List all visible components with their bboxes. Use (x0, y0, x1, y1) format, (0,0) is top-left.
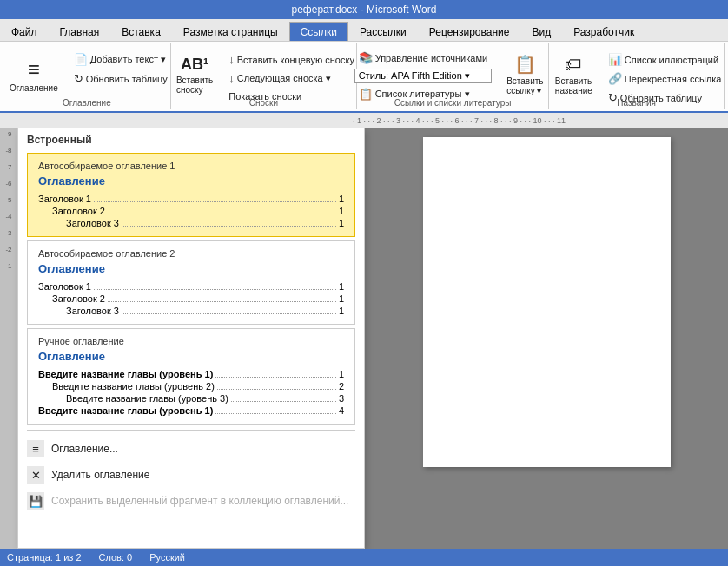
auto-toc-2-heading: Оглавление (38, 262, 344, 275)
ribbon-tab-разметка-страницы[interactable]: Разметка страницы (172, 22, 289, 41)
save-toc-label: Сохранить выделенный фрагмент в коллекци… (51, 495, 348, 507)
manual-toc-title: Ручное оглавление (38, 336, 344, 346)
main-area: -9 -8 -7 -6 -5 -4 -3 -2 -1 Встроенный Ав… (0, 128, 728, 549)
ribbon-tab-ссылки[interactable]: Ссылки (289, 22, 348, 41)
show-footnotes-button[interactable]: Показать сноски (224, 89, 359, 104)
auto-toc-1-entry-0: Заголовок 1 1 (38, 193, 344, 204)
illustration-label: Список иллюстраций (625, 55, 718, 65)
next-footnote-icon: ↓ (228, 72, 235, 85)
style-dropdown[interactable]: Стиль: APA Fifth Edition ▾ (354, 69, 492, 83)
cross-reference-button[interactable]: 🔗 Перекрестная ссылка (604, 69, 726, 88)
auto-toc-1-title: Автособираемое оглавление 1 (38, 161, 344, 171)
toc-small-buttons: 📄 Добавить текст ▾ ↻ Обновить таблицу (69, 49, 172, 88)
ribbon-tab-вставка[interactable]: Вставка (110, 22, 172, 41)
update-table-button[interactable]: ↻ Обновить таблицу (69, 69, 172, 88)
footnote-small-buttons: ↓ Вставить концевую сноску ↓ Следующая с… (224, 49, 359, 104)
toc-icon: ≡ (28, 57, 40, 82)
toc-settings-icon: ≡ (27, 440, 44, 457)
auto-toc-2-card[interactable]: Автособираемое оглавление 2 Оглавление З… (27, 240, 355, 325)
auto-toc-2-entry-0: Заголовок 1 1 (38, 280, 344, 292)
word-count: Слов: 0 (99, 552, 133, 563)
save-toc-icon: 💾 (27, 492, 44, 510)
insert-footnote-button[interactable]: AB¹ Вставитьсноску (169, 49, 221, 101)
ribbon-group-captions: 🏷 Вставитьназвание 📊 Список иллюстраций … (549, 43, 725, 109)
caption-label: Вставитьназвание (555, 76, 592, 95)
manual-toc-entry-3: Введите название главы (уровень 1) 4 (38, 405, 344, 416)
ruler: · 1 · · · 2 · · · 3 · · · 4 · · · 5 · · … (0, 113, 728, 128)
toc-label: Оглавление (10, 83, 58, 93)
ribbon-tab-рассылки[interactable]: Рассылки (348, 22, 418, 41)
footnote-label: Вставитьсноску (176, 76, 213, 95)
ruler-marks: · 1 · · · 2 · · · 3 · · · 4 · · · 5 · · … (353, 116, 566, 125)
ribbon-group-citations: 📚 Управление источниками Стиль: APA Fift… (357, 43, 549, 109)
status-bar: Страница: 1 из 2 Слов: 0 Русский (0, 549, 728, 566)
add-text-button[interactable]: 📄 Добавить текст ▾ (69, 50, 172, 69)
add-text-icon: 📄 (74, 53, 88, 66)
manual-toc-heading: Оглавление (38, 350, 344, 363)
remove-toc-label: Удалить оглавление (51, 469, 149, 481)
title-text: реферат.docx - Microsoft Word (292, 3, 437, 16)
auto-toc-2-entry-1: Заголовок 2 1 (38, 293, 344, 304)
cross-ref-label: Перекрестная ссылка (625, 74, 722, 84)
citations-group-label: Ссылки и списки литературы (394, 98, 512, 108)
next-footnote-button[interactable]: ↓ Следующая сноска ▾ (224, 69, 359, 88)
citation-icon: 📋 (514, 54, 536, 75)
update-table-icon: ↻ (74, 72, 83, 85)
update-table-label: Обновить таблицу (86, 74, 168, 84)
auto-toc-2-entry-2: Заголовок 3 1 (38, 305, 344, 316)
ribbon-tab-главная[interactable]: Главная (49, 22, 111, 41)
update-table2-icon: ↻ (608, 91, 618, 104)
illustration-icon: 📊 (608, 53, 622, 66)
auto-toc-1-entry-2: Заголовок 3 1 (38, 217, 344, 228)
left-margin: -9 -8 -7 -6 -5 -4 -3 -2 -1 (0, 128, 17, 549)
toc-settings-label: Оглавление... (51, 443, 118, 455)
toc-settings-menu-item[interactable]: ≡ Оглавление... (18, 436, 364, 462)
ribbon-tab-файл[interactable]: Файл (0, 22, 49, 41)
doc-page (423, 137, 671, 467)
document-area (365, 128, 728, 549)
insert-caption-button[interactable]: 🏷 Вставитьназвание (547, 49, 600, 101)
ribbon-tab-рецензирование[interactable]: Рецензирование (418, 22, 521, 41)
builtin-section-title: Встроенный (18, 128, 364, 149)
ribbon-tabs: ФайлГлавнаяВставкаРазметка страницыСсылк… (0, 19, 728, 42)
ribbon-content: ≡ Оглавление 📄 Добавить текст ▾ ↻ Обнови… (0, 42, 728, 113)
add-text-label: Добавить текст ▾ (90, 54, 166, 65)
manual-toc-entry-2: Введите название главы (уровень 3) 3 (38, 392, 344, 404)
bibliography-icon: 📋 (359, 88, 373, 101)
ribbon-tab-вид[interactable]: Вид (520, 22, 562, 41)
illustration-list-button[interactable]: 📊 Список иллюстраций (604, 50, 726, 69)
manage-sources-icon: 📚 (359, 51, 373, 64)
manage-sources-button[interactable]: 📚 Управление источниками (354, 49, 492, 67)
manual-toc-card[interactable]: Ручное оглавление Оглавление Введите наз… (27, 328, 355, 424)
caption-icon: 🏷 (565, 55, 582, 75)
remove-toc-icon: ✕ (27, 466, 44, 484)
footnote-icon: AB¹ (181, 56, 208, 74)
auto-toc-2-title: Автособираемое оглавление 2 (38, 248, 344, 259)
language-info: Русский (149, 552, 185, 563)
endnote-icon: ↓ (228, 53, 235, 66)
style-label: Стиль: APA Fifth Edition ▾ (359, 70, 470, 82)
manual-toc-entry-0: Введите название главы (уровень 1) 1 (38, 368, 344, 379)
auto-toc-1-card[interactable]: Автособираемое оглавление 1 Оглавление З… (27, 153, 355, 237)
captions-group-label: Названия (617, 98, 656, 108)
next-footnote-label: Следующая сноска ▾ (237, 73, 331, 84)
footnotes-group-label: Сноски (249, 98, 278, 108)
page-info: Страница: 1 из 2 (7, 552, 82, 563)
insert-endnote-button[interactable]: ↓ Вставить концевую сноску (224, 50, 359, 69)
endnote-label: Вставить концевую сноску (237, 55, 354, 65)
title-bar: реферат.docx - Microsoft Word (0, 0, 728, 19)
citation-label: Вставитьссылку ▾ (506, 76, 543, 95)
ribbon-group-footnotes: AB¹ Вставитьсноску ↓ Вставить концевую с… (171, 43, 357, 109)
manual-toc-entry-1: Введите название главы (уровень 2) 2 (38, 380, 344, 392)
toc-group-label: Оглавление (63, 98, 111, 108)
save-toc-menu-item: 💾 Сохранить выделенный фрагмент в коллек… (18, 488, 364, 514)
ribbon-tab-разработчик[interactable]: Разработчик (562, 22, 645, 41)
ribbon-group-toc: ≡ Оглавление 📄 Добавить текст ▾ ↻ Обнови… (3, 43, 171, 109)
toc-dropdown-panel: Встроенный Автособираемое оглавление 1 О… (17, 128, 365, 549)
insert-citation-button[interactable]: 📋 Вставитьссылку ▾ (499, 49, 551, 101)
divider (27, 430, 355, 431)
remove-toc-menu-item[interactable]: ✕ Удалить оглавление (18, 462, 364, 488)
toc-button[interactable]: ≡ Оглавление (2, 49, 66, 101)
manage-sources-label: Управление источниками (375, 53, 487, 63)
auto-toc-1-entry-1: Заголовок 2 1 (38, 205, 344, 216)
